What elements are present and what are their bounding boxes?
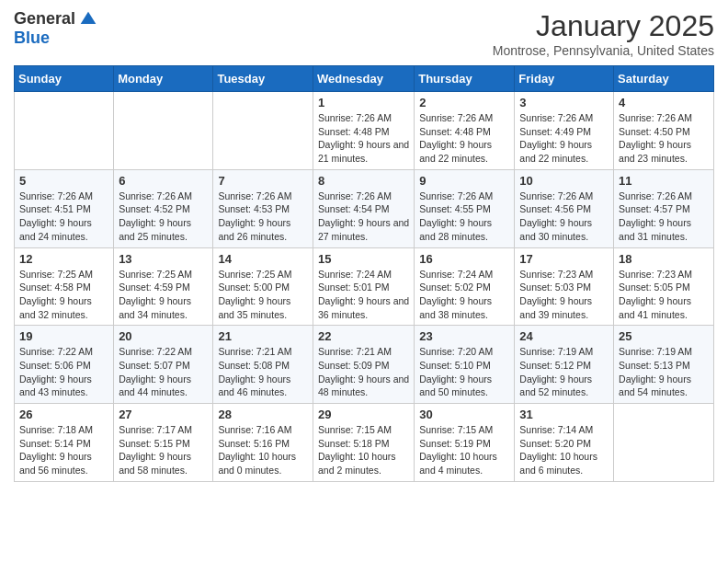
day-info: Sunrise: 7:21 AM Sunset: 5:09 PM Dayligh…: [318, 345, 409, 399]
calendar-day-cell: 9Sunrise: 7:26 AM Sunset: 4:55 PM Daylig…: [415, 169, 515, 247]
logo-general-text: General: [14, 9, 75, 29]
day-info: Sunrise: 7:26 AM Sunset: 4:57 PM Dayligh…: [619, 190, 709, 244]
calendar-day-cell: 8Sunrise: 7:26 AM Sunset: 4:54 PM Daylig…: [313, 169, 414, 247]
calendar-day-cell: [614, 404, 714, 482]
calendar-day-cell: 17Sunrise: 7:23 AM Sunset: 5:03 PM Dayli…: [515, 247, 614, 326]
day-info: Sunrise: 7:25 AM Sunset: 4:59 PM Dayligh…: [119, 268, 208, 322]
day-number: 25: [619, 329, 709, 343]
day-info: Sunrise: 7:16 AM Sunset: 5:16 PM Dayligh…: [218, 423, 308, 477]
day-info: Sunrise: 7:22 AM Sunset: 5:07 PM Dayligh…: [119, 345, 208, 399]
calendar-day-cell: 20Sunrise: 7:22 AM Sunset: 5:07 PM Dayli…: [114, 326, 213, 404]
calendar-day-cell: [114, 92, 213, 170]
day-info: Sunrise: 7:26 AM Sunset: 4:54 PM Dayligh…: [318, 190, 409, 244]
calendar-day-cell: 1Sunrise: 7:26 AM Sunset: 4:48 PM Daylig…: [313, 92, 414, 170]
day-number: 30: [419, 408, 509, 421]
day-number: 5: [19, 174, 108, 188]
calendar-table: SundayMondayTuesdayWednesdayThursdayFrid…: [14, 65, 714, 482]
month-title: January 2025: [493, 9, 714, 43]
page-container: General Blue January 2025 Montrose, Penn…: [0, 0, 728, 496]
day-info: Sunrise: 7:22 AM Sunset: 5:06 PM Dayligh…: [19, 345, 108, 399]
day-number: 29: [318, 408, 409, 421]
day-number: 8: [318, 174, 409, 188]
day-info: Sunrise: 7:26 AM Sunset: 4:48 PM Dayligh…: [318, 111, 409, 166]
day-info: Sunrise: 7:19 AM Sunset: 5:13 PM Dayligh…: [619, 345, 709, 399]
calendar-day-cell: 12Sunrise: 7:25 AM Sunset: 4:58 PM Dayli…: [15, 247, 114, 326]
header: General Blue January 2025 Montrose, Penn…: [14, 9, 714, 58]
day-number: 24: [519, 329, 609, 343]
day-info: Sunrise: 7:14 AM Sunset: 5:20 PM Dayligh…: [519, 423, 609, 477]
day-number: 12: [19, 252, 108, 266]
calendar-day-cell: 2Sunrise: 7:26 AM Sunset: 4:48 PM Daylig…: [415, 92, 515, 170]
calendar-day-cell: 22Sunrise: 7:21 AM Sunset: 5:09 PM Dayli…: [313, 326, 414, 404]
day-number: 22: [318, 329, 409, 343]
day-number: 2: [419, 96, 509, 109]
day-info: Sunrise: 7:25 AM Sunset: 5:00 PM Dayligh…: [218, 268, 308, 322]
calendar-day-cell: 25Sunrise: 7:19 AM Sunset: 5:13 PM Dayli…: [614, 326, 714, 404]
day-of-week-header: Sunday: [15, 66, 114, 92]
day-info: Sunrise: 7:26 AM Sunset: 4:50 PM Dayligh…: [619, 111, 709, 166]
day-of-week-header: Friday: [515, 66, 614, 92]
calendar-week-row: 1Sunrise: 7:26 AM Sunset: 4:48 PM Daylig…: [15, 92, 714, 170]
calendar-day-cell: 10Sunrise: 7:26 AM Sunset: 4:56 PM Dayli…: [515, 169, 614, 247]
day-number: 6: [119, 174, 208, 188]
calendar-day-cell: 30Sunrise: 7:15 AM Sunset: 5:19 PM Dayli…: [415, 404, 515, 482]
day-number: 3: [519, 96, 609, 109]
day-number: 23: [419, 329, 509, 343]
day-of-week-header: Tuesday: [213, 66, 313, 92]
day-number: 13: [119, 252, 208, 266]
day-info: Sunrise: 7:26 AM Sunset: 4:56 PM Dayligh…: [519, 190, 609, 244]
day-number: 31: [519, 408, 609, 421]
day-number: 27: [119, 408, 208, 421]
logo-icon: [79, 10, 97, 29]
calendar-day-cell: 29Sunrise: 7:15 AM Sunset: 5:18 PM Dayli…: [313, 404, 414, 482]
day-number: 15: [318, 252, 409, 266]
day-number: 14: [218, 252, 308, 266]
calendar-week-row: 26Sunrise: 7:18 AM Sunset: 5:14 PM Dayli…: [15, 404, 714, 482]
calendar-day-cell: 15Sunrise: 7:24 AM Sunset: 5:01 PM Dayli…: [313, 247, 414, 326]
calendar-day-cell: 23Sunrise: 7:20 AM Sunset: 5:10 PM Dayli…: [415, 326, 515, 404]
calendar-day-cell: 16Sunrise: 7:24 AM Sunset: 5:02 PM Dayli…: [415, 247, 515, 326]
day-number: 11: [619, 174, 709, 188]
calendar-day-cell: 28Sunrise: 7:16 AM Sunset: 5:16 PM Dayli…: [213, 404, 313, 482]
calendar-week-row: 19Sunrise: 7:22 AM Sunset: 5:06 PM Dayli…: [15, 326, 714, 404]
day-info: Sunrise: 7:26 AM Sunset: 4:49 PM Dayligh…: [519, 111, 609, 166]
day-info: Sunrise: 7:15 AM Sunset: 5:18 PM Dayligh…: [318, 423, 409, 477]
day-info: Sunrise: 7:24 AM Sunset: 5:02 PM Dayligh…: [419, 268, 509, 322]
title-block: January 2025 Montrose, Pennsylvania, Uni…: [493, 9, 714, 58]
day-info: Sunrise: 7:26 AM Sunset: 4:48 PM Dayligh…: [419, 111, 509, 166]
calendar-day-cell: [213, 92, 313, 170]
day-info: Sunrise: 7:25 AM Sunset: 4:58 PM Dayligh…: [19, 268, 108, 322]
calendar-header-row: SundayMondayTuesdayWednesdayThursdayFrid…: [15, 66, 714, 92]
day-info: Sunrise: 7:19 AM Sunset: 5:12 PM Dayligh…: [519, 345, 609, 399]
day-info: Sunrise: 7:23 AM Sunset: 5:05 PM Dayligh…: [619, 268, 709, 322]
day-number: 1: [318, 96, 409, 109]
calendar-day-cell: 21Sunrise: 7:21 AM Sunset: 5:08 PM Dayli…: [213, 326, 313, 404]
day-number: 21: [218, 329, 308, 343]
day-number: 18: [619, 252, 709, 266]
day-number: 16: [419, 252, 509, 266]
calendar-day-cell: 13Sunrise: 7:25 AM Sunset: 4:59 PM Dayli…: [114, 247, 213, 326]
day-info: Sunrise: 7:15 AM Sunset: 5:19 PM Dayligh…: [419, 423, 509, 477]
day-info: Sunrise: 7:26 AM Sunset: 4:51 PM Dayligh…: [19, 190, 108, 244]
day-info: Sunrise: 7:20 AM Sunset: 5:10 PM Dayligh…: [419, 345, 509, 399]
day-number: 17: [519, 252, 609, 266]
calendar-day-cell: 6Sunrise: 7:26 AM Sunset: 4:52 PM Daylig…: [114, 169, 213, 247]
location: Montrose, Pennsylvania, United States: [493, 43, 714, 58]
day-info: Sunrise: 7:26 AM Sunset: 4:52 PM Dayligh…: [119, 190, 208, 244]
calendar-day-cell: 18Sunrise: 7:23 AM Sunset: 5:05 PM Dayli…: [614, 247, 714, 326]
calendar-week-row: 12Sunrise: 7:25 AM Sunset: 4:58 PM Dayli…: [15, 247, 714, 326]
day-info: Sunrise: 7:26 AM Sunset: 4:53 PM Dayligh…: [218, 190, 308, 244]
svg-marker-0: [81, 11, 97, 23]
day-number: 4: [619, 96, 709, 109]
calendar-day-cell: 27Sunrise: 7:17 AM Sunset: 5:15 PM Dayli…: [114, 404, 213, 482]
calendar-day-cell: 5Sunrise: 7:26 AM Sunset: 4:51 PM Daylig…: [15, 169, 114, 247]
calendar-week-row: 5Sunrise: 7:26 AM Sunset: 4:51 PM Daylig…: [15, 169, 714, 247]
calendar-day-cell: 24Sunrise: 7:19 AM Sunset: 5:12 PM Dayli…: [515, 326, 614, 404]
logo-blue-text: Blue: [14, 29, 50, 48]
calendar-day-cell: 11Sunrise: 7:26 AM Sunset: 4:57 PM Dayli…: [614, 169, 714, 247]
day-number: 10: [519, 174, 609, 188]
calendar-day-cell: 19Sunrise: 7:22 AM Sunset: 5:06 PM Dayli…: [15, 326, 114, 404]
day-number: 9: [419, 174, 509, 188]
calendar-day-cell: [15, 92, 114, 170]
day-of-week-header: Monday: [114, 66, 213, 92]
